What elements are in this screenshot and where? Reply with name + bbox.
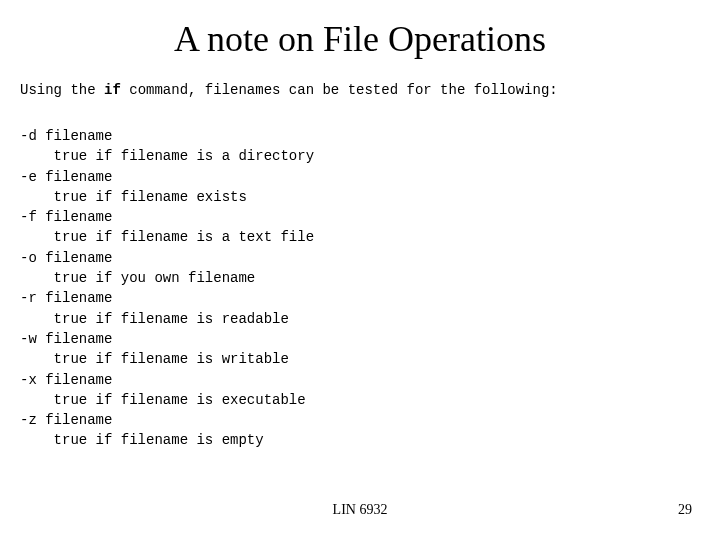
footer-page-number: 29 xyxy=(678,502,692,518)
intro-bold: if xyxy=(104,82,121,98)
intro-post: command, filenames can be tested for the… xyxy=(121,82,558,98)
intro-pre: Using the xyxy=(20,82,104,98)
options-block: -d filename true if filename is a direct… xyxy=(20,126,720,451)
slide: A note on File Operations Using the if c… xyxy=(0,0,720,540)
slide-title: A note on File Operations xyxy=(0,0,720,60)
footer-center: LIN 6932 xyxy=(0,502,720,518)
intro-line: Using the if command, filenames can be t… xyxy=(20,82,720,98)
